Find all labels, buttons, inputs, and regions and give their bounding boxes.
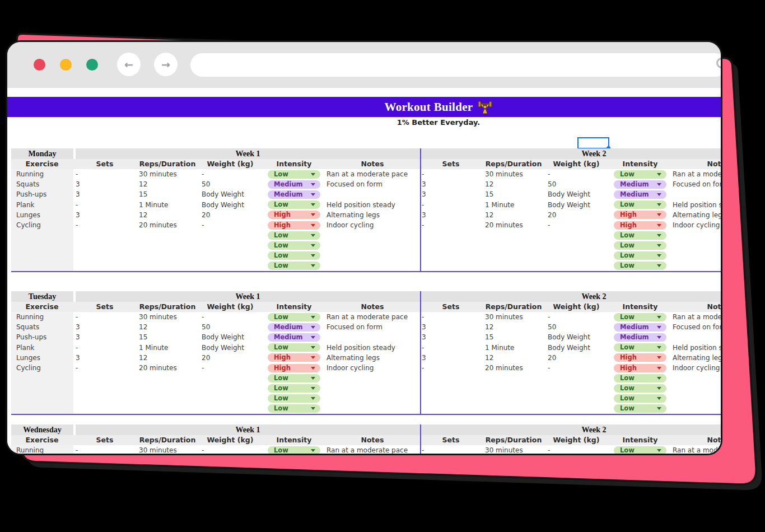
cell-reps[interactable]: 12 <box>139 179 147 189</box>
cell-weight[interactable]: - <box>202 312 204 322</box>
cell-reps[interactable]: 12 <box>485 322 493 332</box>
cell-sets[interactable]: 3 <box>422 189 426 199</box>
cell-weight[interactable]: - <box>548 220 550 230</box>
cell-notes[interactable]: Alternating legs <box>673 210 722 220</box>
cell-sets[interactable]: 3 <box>422 322 426 332</box>
forward-button[interactable]: → <box>154 53 178 76</box>
intensity-select[interactable]: Low <box>614 313 666 321</box>
cell-weight[interactable]: 50 <box>202 322 210 332</box>
intensity-select[interactable]: High <box>268 221 320 230</box>
intensity-select[interactable]: High <box>268 353 320 362</box>
cell-reps[interactable]: 30 minutes <box>139 312 177 322</box>
cell-exercise[interactable]: Plank <box>16 200 34 210</box>
cell-weight[interactable]: Body Weight <box>548 332 590 342</box>
cell-reps[interactable]: 30 minutes <box>139 169 177 179</box>
intensity-select[interactable]: High <box>614 221 666 230</box>
intensity-select[interactable]: Low <box>268 231 320 240</box>
intensity-select[interactable]: Low <box>614 262 666 270</box>
cell-reps[interactable]: 20 minutes <box>139 363 177 373</box>
intensity-select[interactable]: Low <box>268 251 320 260</box>
cell-notes[interactable]: Held position steady <box>326 343 395 353</box>
cell-notes[interactable]: Held position steady <box>326 200 395 210</box>
cell-exercise[interactable]: Running <box>16 445 44 455</box>
intensity-select[interactable]: Low <box>614 251 666 260</box>
cell-exercise[interactable]: Cycling <box>16 363 41 373</box>
cell-reps[interactable]: 12 <box>485 353 493 363</box>
intensity-select[interactable]: Low <box>268 170 320 179</box>
intensity-select[interactable]: Low <box>614 384 666 393</box>
intensity-select[interactable]: Low <box>614 374 666 382</box>
cell-weight[interactable]: - <box>202 220 204 230</box>
intensity-select[interactable]: Low <box>614 200 666 209</box>
cell-exercise[interactable]: Running <box>16 312 44 322</box>
cell-sets[interactable]: - <box>76 169 78 179</box>
intensity-select[interactable]: Medium <box>614 190 666 199</box>
cell-sets[interactable]: 3 <box>76 179 80 189</box>
intensity-select[interactable]: Low <box>614 241 666 250</box>
intensity-select[interactable]: Low <box>268 313 320 321</box>
cell-weight[interactable]: 20 <box>202 210 210 220</box>
cell-sets[interactable]: - <box>422 445 424 455</box>
cell-notes[interactable]: Focused on form <box>673 179 722 189</box>
cell-exercise[interactable]: Cycling <box>16 220 41 230</box>
intensity-select[interactable]: Low <box>268 446 320 455</box>
cell-exercise[interactable]: Squats <box>16 322 39 332</box>
cell-exercise[interactable]: Lunges <box>16 210 40 220</box>
cell-weight[interactable]: - <box>202 445 204 455</box>
cell-exercise[interactable]: Lunges <box>16 353 40 363</box>
cell-notes[interactable]: Indoor cycling <box>326 363 374 373</box>
cell-weight[interactable]: Body Weight <box>202 332 244 342</box>
cell-weight[interactable]: - <box>202 169 204 179</box>
cell-sets[interactable]: 3 <box>76 332 80 342</box>
cell-sets[interactable]: - <box>76 445 78 455</box>
intensity-select[interactable]: Low <box>268 384 320 393</box>
cell-notes[interactable]: Focused on form <box>326 179 382 189</box>
cell-sets[interactable]: 3 <box>422 332 426 342</box>
cell-sets[interactable]: - <box>76 363 78 373</box>
cell-sets[interactable]: - <box>422 200 424 210</box>
selected-cell[interactable] <box>577 137 609 149</box>
intensity-select[interactable]: Medium <box>268 333 320 342</box>
cell-reps[interactable]: 1 Minute <box>485 200 514 210</box>
cell-sets[interactable]: - <box>422 220 424 230</box>
cell-weight[interactable]: - <box>548 169 550 179</box>
intensity-select[interactable]: Low <box>614 343 666 352</box>
cell-sets[interactable]: 3 <box>76 353 80 363</box>
intensity-select[interactable]: Low <box>268 343 320 352</box>
cell-weight[interactable]: 50 <box>548 322 556 332</box>
intensity-select[interactable]: High <box>268 364 320 372</box>
intensity-select[interactable]: Low <box>614 170 666 179</box>
cell-reps[interactable]: 1 Minute <box>139 200 168 210</box>
cell-reps[interactable]: 30 minutes <box>485 169 523 179</box>
cell-reps[interactable]: 15 <box>485 189 493 199</box>
cell-sets[interactable]: - <box>422 363 424 373</box>
cell-weight[interactable]: - <box>548 363 550 373</box>
cell-weight[interactable]: 20 <box>548 210 556 220</box>
cell-sets[interactable]: 3 <box>76 322 80 332</box>
cell-reps[interactable]: 20 minutes <box>485 363 523 373</box>
intensity-select[interactable]: Medium <box>268 190 320 199</box>
intensity-select[interactable]: High <box>614 364 666 372</box>
cell-weight[interactable]: - <box>202 363 204 373</box>
cell-notes[interactable]: Ran at a moderate pace <box>326 445 408 455</box>
cell-reps[interactable]: 12 <box>485 210 493 220</box>
cell-notes[interactable]: Ran at a moderate pace <box>673 312 722 322</box>
cell-reps[interactable]: 1 Minute <box>485 343 514 353</box>
intensity-select[interactable]: Medium <box>268 180 320 189</box>
intensity-select[interactable]: Low <box>268 374 320 382</box>
cell-reps[interactable]: 20 minutes <box>139 220 177 230</box>
cell-weight[interactable]: Body Weight <box>548 189 590 199</box>
intensity-select[interactable]: Medium <box>268 323 320 332</box>
intensity-select[interactable]: Medium <box>614 333 666 342</box>
cell-exercise[interactable]: Plank <box>16 343 34 353</box>
cell-weight[interactable]: Body Weight <box>202 200 244 210</box>
intensity-select[interactable]: Low <box>614 231 666 240</box>
intensity-select[interactable]: Low <box>268 241 320 250</box>
cell-sets[interactable]: - <box>76 312 78 322</box>
cell-notes[interactable]: Ran at a moderate pace <box>326 312 408 322</box>
cell-reps[interactable]: 12 <box>139 322 147 332</box>
cell-exercise[interactable]: Squats <box>16 179 39 189</box>
cell-sets[interactable]: 3 <box>76 210 80 220</box>
url-bar[interactable] <box>190 53 722 77</box>
cell-notes[interactable]: Indoor cycling <box>673 363 720 373</box>
